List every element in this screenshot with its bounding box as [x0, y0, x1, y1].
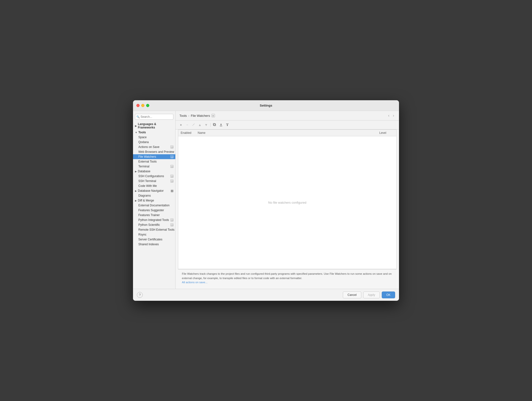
chevron-right-icon: ▶: [135, 199, 137, 202]
sidebar-item-database[interactable]: ▶ Database: [133, 169, 175, 174]
sidebar-item-terminal[interactable]: Terminal ▤: [133, 164, 175, 169]
toolbar-separator: [210, 123, 211, 127]
copy-button[interactable]: [212, 122, 218, 128]
sidebar-item-languages-frameworks[interactable]: ▶ Languages & Frameworks: [133, 122, 175, 130]
table-body: No file watchers configured: [178, 136, 396, 269]
sidebar-item-shared-indexes[interactable]: Shared Indexes: [133, 242, 175, 247]
nav-arrows: ‹ ›: [387, 113, 395, 118]
bottom-bar: ? Cancel Apply OK: [133, 289, 399, 301]
nav-forward-button[interactable]: ›: [392, 113, 395, 118]
col-level: Level: [377, 131, 396, 135]
toolbar: + − ▲ ▼: [176, 120, 399, 129]
import-button[interactable]: [218, 122, 224, 128]
chevron-right-icon: ▶: [135, 170, 137, 173]
settings-window: Settings 🔍 ▶ Languages & Frameworks ▼ To…: [133, 100, 399, 301]
edit-button[interactable]: [191, 122, 196, 128]
minimize-button[interactable]: [141, 104, 144, 107]
sidebar-item-diff-merge[interactable]: ▶ Diff & Merge: [133, 198, 175, 203]
sidebar-item-features-trainer[interactable]: Features Trainer: [133, 213, 175, 218]
chevron-down-icon: ▼: [135, 131, 137, 134]
sidebar-item-features-suggester[interactable]: Features Suggester: [133, 208, 175, 213]
window-title: Settings: [260, 104, 272, 107]
description-area: File Watchers track changes to the proje…: [178, 269, 397, 287]
action-buttons: Cancel Apply OK: [343, 292, 395, 298]
sidebar-item-file-watchers[interactable]: File Watchers ▤: [133, 154, 175, 159]
search-input[interactable]: [135, 114, 173, 120]
file-watchers-table: Enabled Name Level No file watchers conf…: [178, 129, 397, 269]
settings-icon: ▤: [170, 180, 173, 182]
ok-button[interactable]: OK: [382, 292, 395, 298]
maximize-button[interactable]: [146, 104, 149, 107]
cancel-button[interactable]: Cancel: [343, 292, 361, 298]
apply-button[interactable]: Apply: [363, 292, 380, 298]
settings-icon: ▤: [170, 223, 173, 226]
col-name: Name: [195, 131, 377, 135]
svg-rect-0: [214, 124, 216, 126]
sidebar-item-ssh-terminal[interactable]: SSH Terminal ▤: [133, 179, 175, 183]
sidebar-item-diagrams[interactable]: Diagrams: [133, 193, 175, 198]
sidebar-item-server-certificates[interactable]: Server Certificates: [133, 237, 175, 242]
search-icon: 🔍: [136, 115, 140, 118]
traffic-lights: [136, 104, 149, 107]
main-content: 🔍 ▶ Languages & Frameworks ▼ Tools Space…: [133, 111, 399, 289]
settings-icon: ▤: [170, 146, 173, 148]
sidebar-item-rsync[interactable]: Rsync: [133, 232, 175, 237]
remove-button[interactable]: −: [184, 122, 190, 128]
sidebar-item-qodana[interactable]: Qodana: [133, 140, 175, 145]
breadcrumb: Tools › File Watchers ▤: [179, 114, 215, 118]
col-enabled: Enabled: [178, 131, 195, 135]
sidebar-item-python-scientific[interactable]: Python Scientific ▤: [133, 222, 175, 227]
help-button[interactable]: ?: [137, 292, 143, 298]
titlebar: Settings: [133, 100, 399, 111]
settings-icon: ▤: [170, 175, 173, 178]
breadcrumb-current: File Watchers: [191, 114, 210, 118]
settings-icon: ▤: [170, 219, 173, 221]
move-down-button[interactable]: ▼: [203, 122, 209, 128]
empty-message: No file watchers configured: [268, 201, 306, 204]
sidebar-item-ssh-configurations[interactable]: SSH Configurations ▤: [133, 174, 175, 179]
settings-icon: ▤: [171, 189, 173, 192]
sidebar-item-code-with-me[interactable]: Code With Me: [133, 183, 175, 188]
sidebar-item-remote-ssh-external-tools[interactable]: Remote SSH External Tools: [133, 227, 175, 232]
close-button[interactable]: [136, 104, 140, 107]
breadcrumb-separator: ›: [188, 114, 189, 118]
settings-icon: ▤: [170, 155, 173, 158]
search-box[interactable]: 🔍: [135, 114, 173, 120]
breadcrumb-settings-icon: ▤: [212, 114, 215, 117]
sidebar-item-database-navigator[interactable]: ▶ Database Navigator ▤: [133, 188, 175, 193]
sidebar-item-external-documentation[interactable]: External Documentation: [133, 203, 175, 208]
all-actions-link[interactable]: All actions on save...: [182, 281, 207, 284]
sidebar: 🔍 ▶ Languages & Frameworks ▼ Tools Space…: [133, 111, 176, 289]
settings-icon: ▤: [170, 165, 173, 168]
panel-header: Tools › File Watchers ▤ ‹ ›: [176, 111, 399, 120]
sidebar-item-actions-on-save[interactable]: Actions on Save ▤: [133, 145, 175, 149]
svg-rect-1: [213, 123, 215, 125]
sidebar-item-tools[interactable]: ▼ Tools: [133, 130, 175, 135]
move-up-button[interactable]: ▲: [197, 122, 203, 128]
sidebar-item-external-tools[interactable]: External Tools: [133, 159, 175, 164]
chevron-right-icon: ▶: [135, 125, 137, 127]
breadcrumb-parent: Tools: [179, 114, 187, 118]
add-button[interactable]: +: [178, 122, 184, 128]
table-header: Enabled Name Level: [178, 130, 396, 136]
chevron-right-icon: ▶: [135, 190, 137, 192]
sidebar-item-space[interactable]: Space: [133, 135, 175, 140]
nav-back-button[interactable]: ‹: [387, 113, 390, 118]
export-button[interactable]: [224, 122, 230, 128]
sidebar-item-web-browsers[interactable]: Web Browsers and Preview: [133, 149, 175, 154]
main-panel: Tools › File Watchers ▤ ‹ › + −: [176, 111, 399, 289]
sidebar-item-python-integrated-tools[interactable]: Python Integrated Tools ▤: [133, 218, 175, 222]
description-text: File Watchers track changes to the proje…: [182, 272, 392, 279]
